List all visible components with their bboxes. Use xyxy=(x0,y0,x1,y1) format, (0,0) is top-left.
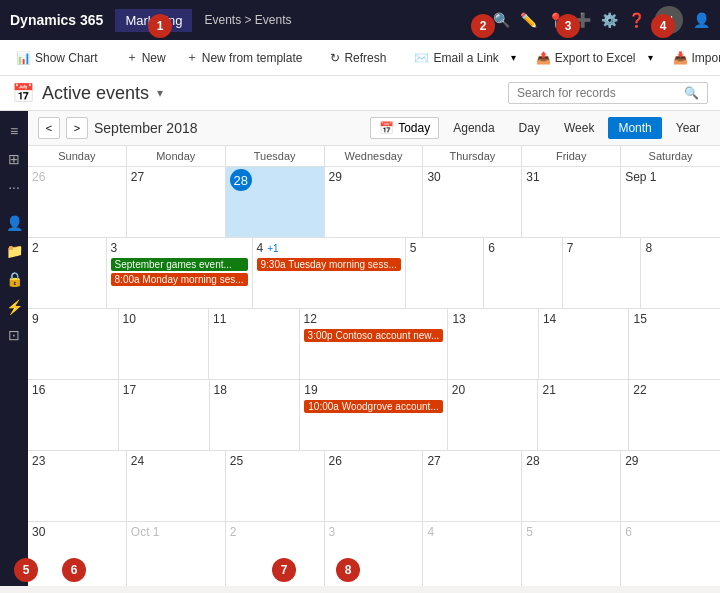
cal-grid: Sunday Monday Tuesday Wednesday Thursday… xyxy=(28,146,720,586)
day-header-thu: Thursday xyxy=(423,146,522,166)
sidebar-square-icon[interactable]: ⊡ xyxy=(2,323,26,347)
cal-day[interactable]: 7 xyxy=(563,238,642,308)
new-from-template-button[interactable]: ＋ New from template xyxy=(178,45,311,70)
search-box[interactable]: 🔍 xyxy=(508,82,708,104)
cal-day-3[interactable]: 3 September games event... 8:00a Monday … xyxy=(107,238,253,308)
sidebar-dots-icon[interactable]: ··· xyxy=(2,175,26,199)
day-header-tue: Tuesday xyxy=(226,146,325,166)
cal-day[interactable]: 26 xyxy=(325,451,424,521)
badge-4: 4 xyxy=(651,14,675,38)
sidebar-people-icon[interactable]: 👤 xyxy=(2,211,26,235)
cal-month-label: September 2018 xyxy=(94,120,198,136)
sidebar-hamburger-icon[interactable]: ≡ xyxy=(2,119,26,143)
cal-day[interactable]: Sep 1 xyxy=(621,167,720,237)
day-header-sat: Saturday xyxy=(621,146,720,166)
badge-2: 2 xyxy=(471,14,495,38)
active-events-title: Active events xyxy=(42,83,149,104)
cal-day[interactable]: 31 xyxy=(522,167,621,237)
day-header-wed: Wednesday xyxy=(325,146,424,166)
help-icon[interactable]: ❓ xyxy=(628,12,645,28)
search-icon[interactable]: 🔍 xyxy=(493,12,510,28)
cal-day[interactable]: 10 xyxy=(119,309,210,379)
cal-day[interactable]: 8 xyxy=(641,238,720,308)
cal-day[interactable]: 24 xyxy=(127,451,226,521)
cal-day-19[interactable]: 19 10:00a Woodgrove account... xyxy=(300,380,447,450)
cal-prev-button[interactable]: < xyxy=(38,117,60,139)
sidebar-lock-icon[interactable]: 🔒 xyxy=(2,267,26,291)
cal-day[interactable]: 26 xyxy=(28,167,127,237)
cal-day[interactable]: 5 xyxy=(406,238,485,308)
dropdown-arrow-2[interactable]: ▾ xyxy=(648,52,653,63)
refresh-button[interactable]: ↻ Refresh xyxy=(322,47,394,69)
event-woodgrove[interactable]: 10:00a Woodgrove account... xyxy=(304,400,442,413)
cal-next-button[interactable]: > xyxy=(66,117,88,139)
dropdown-arrow-1[interactable]: ▾ xyxy=(511,52,516,63)
event-tuesday-morning[interactable]: 9:30a Tuesday morning sess... xyxy=(257,258,401,271)
cal-day[interactable]: 25 xyxy=(226,451,325,521)
event-sep-games[interactable]: September games event... xyxy=(111,258,248,271)
cal-day[interactable]: 17 xyxy=(119,380,210,450)
cal-day-today[interactable]: 28 xyxy=(226,167,325,237)
year-view-tab[interactable]: Year xyxy=(666,117,710,139)
cal-week-4: 16 17 18 19 10:00a Woodgrove account... … xyxy=(28,380,720,451)
cal-day-4[interactable]: 4 +1 9:30a Tuesday morning sess... xyxy=(253,238,406,308)
person-icon[interactable]: 👤 xyxy=(693,12,710,28)
cal-day[interactable]: 13 xyxy=(448,309,539,379)
badge-6: 6 xyxy=(62,558,86,582)
cal-day-12[interactable]: 12 3:00p Contoso account new... xyxy=(300,309,449,379)
cal-day[interactable]: 6 xyxy=(621,522,720,586)
event-contoso[interactable]: 3:00p Contoso account new... xyxy=(304,329,444,342)
cal-day[interactable]: 15 xyxy=(629,309,720,379)
cal-day[interactable]: 5 xyxy=(522,522,621,586)
view-title-dropdown[interactable]: ▾ xyxy=(157,86,163,100)
new-button[interactable]: ＋ New xyxy=(118,45,174,70)
cal-day[interactable]: 9 xyxy=(28,309,119,379)
cal-day[interactable]: 27 xyxy=(423,451,522,521)
cal-day[interactable]: Oct 1 xyxy=(127,522,226,586)
cal-day[interactable]: 4 xyxy=(423,522,522,586)
cal-day[interactable]: 29 xyxy=(325,167,424,237)
sidebar-bolt-icon[interactable]: ⚡ xyxy=(2,295,26,319)
badge-5: 5 xyxy=(14,558,38,582)
event-monday-morning[interactable]: 8:00a Monday morning ses... xyxy=(111,273,248,286)
show-chart-button[interactable]: 📊 Show Chart xyxy=(8,47,106,69)
cal-day[interactable]: 14 xyxy=(539,309,630,379)
day-header-mon: Monday xyxy=(127,146,226,166)
top-nav: Dynamics 365 Marketing Events > Events 🔍… xyxy=(0,0,720,40)
month-view-tab[interactable]: Month xyxy=(608,117,661,139)
badge-8: 8 xyxy=(336,558,360,582)
cal-day[interactable]: 20 xyxy=(448,380,539,450)
badge-3: 3 xyxy=(556,14,580,38)
week-view-tab[interactable]: Week xyxy=(554,117,604,139)
day-view-tab[interactable]: Day xyxy=(509,117,550,139)
cal-day[interactable]: 18 xyxy=(210,380,301,450)
import-excel-button[interactable]: 📥 Import from Excel xyxy=(665,47,720,69)
cal-day[interactable]: 22 xyxy=(629,380,720,450)
cal-day[interactable]: 28 xyxy=(522,451,621,521)
cal-day[interactable]: 27 xyxy=(127,167,226,237)
cal-day[interactable]: 16 xyxy=(28,380,119,450)
cal-day[interactable]: 2 xyxy=(28,238,107,308)
cal-week-1: 26 27 28 29 30 31 Sep 1 xyxy=(28,167,720,238)
cal-day[interactable]: 21 xyxy=(538,380,629,450)
view-header: 📅 Active events ▾ 🔍 xyxy=(0,76,720,111)
more-events-link[interactable]: +1 xyxy=(267,243,278,254)
export-excel-button[interactable]: 📤 Export to Excel xyxy=(528,47,644,69)
email-link-button[interactable]: ✉️ Email a Link xyxy=(406,47,506,69)
sidebar-folder-icon[interactable]: 📁 xyxy=(2,239,26,263)
agenda-view-tab[interactable]: Agenda xyxy=(443,117,504,139)
cal-day[interactable]: 30 xyxy=(423,167,522,237)
search-input[interactable] xyxy=(517,86,678,100)
edit-icon[interactable]: ✏️ xyxy=(520,12,537,28)
cal-day[interactable]: 29 xyxy=(621,451,720,521)
cal-day[interactable]: 6 xyxy=(484,238,563,308)
cal-day[interactable]: 23 xyxy=(28,451,127,521)
sidebar-grid-icon[interactable]: ⊞ xyxy=(2,147,26,171)
plus-icon: ＋ xyxy=(126,49,138,66)
cal-toolbar: < > September 2018 📅 Today Agenda Day We… xyxy=(28,111,720,146)
cal-day[interactable]: 11 xyxy=(209,309,300,379)
settings-icon[interactable]: ⚙️ xyxy=(601,12,618,28)
today-button[interactable]: 📅 Today xyxy=(370,117,439,139)
search-magnifier-icon[interactable]: 🔍 xyxy=(684,86,699,100)
cal-nav: < > September 2018 xyxy=(38,117,198,139)
